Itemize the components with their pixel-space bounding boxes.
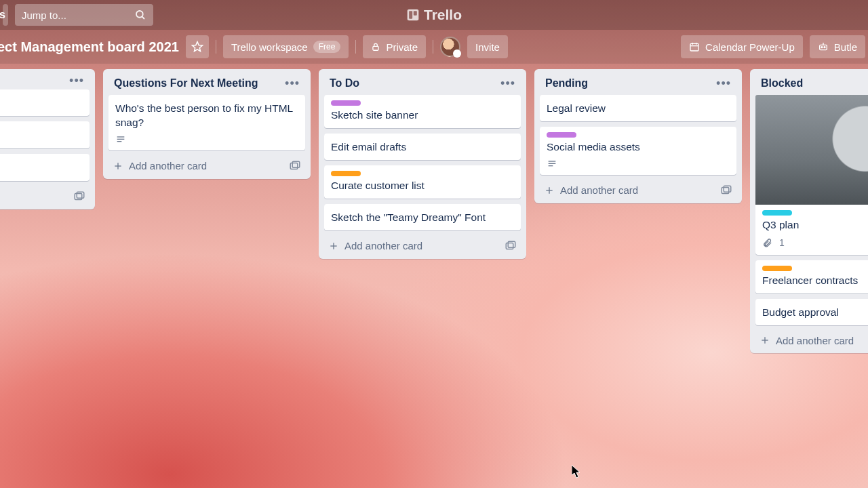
list-title[interactable]: To Do <box>330 77 359 89</box>
description-icon <box>547 159 557 169</box>
search-input[interactable] <box>22 9 146 21</box>
svg-rect-11 <box>819 45 827 49</box>
svg-rect-26 <box>506 243 513 249</box>
butler-button[interactable]: Butle <box>810 35 865 58</box>
attachment-icon <box>762 238 772 248</box>
card[interactable]: Sketch the "Teamy Dreamy" Font <box>324 204 521 230</box>
svg-rect-16 <box>77 192 84 198</box>
calendar-powerup-button[interactable]: Calendar Power-Up <box>681 35 803 58</box>
card[interactable] <box>0 154 90 181</box>
list-menu-button[interactable]: ••• <box>716 80 731 87</box>
brand-text: Trello <box>424 7 462 23</box>
boards-menu-button[interactable]: s <box>3 4 8 26</box>
calendar-icon <box>689 41 700 52</box>
card-template-icon[interactable] <box>720 184 732 197</box>
label-sky[interactable] <box>762 210 792 216</box>
divider <box>216 40 216 54</box>
description-icon <box>115 134 126 145</box>
label-orange[interactable] <box>762 266 792 271</box>
card[interactable]: Who's the best person to fix my HTML sna… <box>108 95 305 150</box>
label-orange[interactable] <box>331 171 361 176</box>
card-template-icon[interactable] <box>289 160 301 172</box>
attachment-count: 1 <box>779 237 785 249</box>
trello-icon <box>406 8 420 22</box>
svg-rect-23 <box>292 161 300 167</box>
list: To Do ••• Sketch site banner Edit email … <box>319 69 526 259</box>
svg-rect-6 <box>373 46 378 50</box>
add-card-button[interactable]: Add another card <box>113 160 207 171</box>
card[interactable]: Legal review <box>540 95 736 121</box>
svg-point-12 <box>821 47 823 48</box>
search-box[interactable] <box>15 4 153 26</box>
plus-icon <box>544 185 555 196</box>
list-menu-button[interactable]: ••• <box>285 80 300 87</box>
svg-rect-34 <box>724 186 731 192</box>
divider <box>433 40 433 54</box>
board-canvas[interactable]: ••• Dream Work" d Questions For Next Mee… <box>0 64 868 488</box>
add-card-button[interactable]: Add another card <box>544 184 638 196</box>
plus-icon <box>760 335 770 346</box>
svg-rect-27 <box>508 241 515 247</box>
card[interactable]: Dream Work" <box>0 89 90 116</box>
card-template-icon[interactable] <box>73 190 85 203</box>
board-title[interactable]: ect Management board 2021 <box>0 39 179 55</box>
robot-icon <box>818 41 829 52</box>
list: Blocked ••• Q3 plan 1 Freelancer contrac… <box>750 69 868 353</box>
visibility-label: Private <box>386 41 418 53</box>
add-card-button[interactable]: Add another card <box>328 240 422 251</box>
plus-icon <box>113 161 123 171</box>
workspace-name: Trello workspace <box>231 41 308 53</box>
svg-rect-7 <box>690 43 698 51</box>
lock-icon <box>371 42 380 52</box>
svg-rect-33 <box>722 187 729 193</box>
invite-button[interactable]: Invite <box>467 35 508 58</box>
plus-icon <box>328 241 339 251</box>
card[interactable]: Sketch site banner <box>324 95 521 128</box>
svg-line-1 <box>142 16 144 19</box>
card[interactable]: Edit email drafts <box>324 134 521 160</box>
board-header: ect Management board 2021 Trello workspa… <box>0 30 868 64</box>
card[interactable]: Budget approval <box>755 299 868 325</box>
list-title[interactable]: Questions For Next Meeting <box>114 77 258 89</box>
svg-rect-4 <box>414 11 417 16</box>
svg-point-13 <box>824 47 825 48</box>
card[interactable]: Freelancer contracts <box>755 260 868 293</box>
card[interactable]: Curate customer list <box>324 165 521 199</box>
workspace-plan-badge: Free <box>313 41 341 53</box>
divider <box>355 40 356 54</box>
list: ••• Dream Work" d <box>0 69 95 209</box>
card-template-icon[interactable] <box>505 240 517 252</box>
card[interactable]: Q3 plan 1 <box>755 95 868 255</box>
list-title[interactable]: Blocked <box>761 77 803 89</box>
card[interactable] <box>0 121 90 148</box>
svg-rect-15 <box>75 193 82 199</box>
list-menu-button[interactable]: ••• <box>69 77 84 84</box>
svg-rect-22 <box>290 163 298 169</box>
svg-marker-5 <box>192 42 202 52</box>
brand-logo[interactable]: Trello <box>406 7 462 23</box>
label-purple[interactable] <box>331 100 361 106</box>
visibility-button[interactable]: Private <box>363 35 426 58</box>
list: Questions For Next Meeting ••• Who's the… <box>103 69 311 179</box>
search-icon <box>134 9 146 21</box>
card-cover <box>755 95 868 205</box>
add-card-button[interactable]: Add another card <box>760 335 854 346</box>
star-button[interactable] <box>186 35 209 58</box>
list-title[interactable]: Pending <box>545 77 588 89</box>
svg-rect-3 <box>409 11 412 19</box>
list-menu-button[interactable]: ••• <box>500 80 515 87</box>
label-purple[interactable] <box>547 132 576 138</box>
star-icon <box>191 41 203 53</box>
svg-point-0 <box>136 11 143 18</box>
list: Pending ••• Legal review Social media as… <box>534 69 742 203</box>
card[interactable]: Social media assets <box>540 127 736 175</box>
workspace-button[interactable]: Trello workspace Free <box>223 35 349 58</box>
member-avatar[interactable] <box>440 37 460 57</box>
global-header: s Trello <box>0 0 868 30</box>
